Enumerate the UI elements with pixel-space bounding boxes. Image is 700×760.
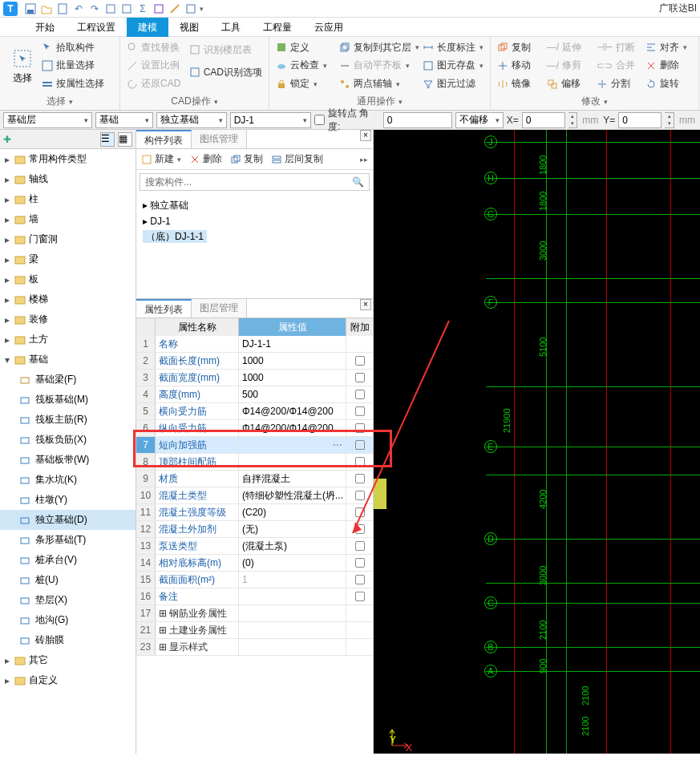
offset[interactable]: 偏移 [545, 76, 595, 91]
two-point-axis[interactable]: 两点辅轴▾ [338, 76, 421, 91]
nav-group[interactable]: ▸土方 [0, 329, 136, 350]
property-row[interactable]: 10混凝土类型(特细砂塑性混凝土(坍... [136, 487, 373, 504]
open-icon[interactable] [39, 2, 54, 16]
property-row[interactable]: 16备注 [136, 588, 373, 605]
nav-item[interactable]: 筏板主筋(R) [0, 410, 136, 430]
property-row[interactable]: 2截面长度(mm)1000 [136, 353, 373, 370]
x-input[interactable] [522, 112, 565, 128]
category-select[interactable]: 基础▾ [95, 112, 153, 128]
tree-root[interactable]: ▸ 独立基础 [143, 197, 366, 214]
select-by-prop[interactable]: 按属性选择 [40, 76, 115, 91]
merge[interactable]: ⊂⊃合并 [595, 58, 645, 73]
element-save[interactable]: 图元存盘▾ [421, 58, 485, 73]
mirror[interactable]: 镜像 [496, 76, 545, 91]
restore-cad[interactable]: 还原CAD [125, 76, 188, 91]
nav-item[interactable]: 独立基础(D) [0, 510, 136, 530]
split[interactable]: 分割 [595, 76, 645, 91]
toolbar-more[interactable]: ▸▸ [360, 156, 368, 164]
move[interactable]: 移动 [496, 58, 545, 73]
tool4-icon[interactable] [184, 2, 198, 16]
nav-item[interactable]: 基础板带(W) [0, 450, 136, 470]
nav-group[interactable]: ▸其它 [0, 650, 136, 670]
checkbox[interactable] [355, 491, 365, 500]
property-row[interactable]: 12混凝土外加剂(无) [136, 521, 373, 538]
redo-icon[interactable]: ↷ [87, 2, 102, 16]
nav-group[interactable]: ▾基础 [0, 350, 136, 370]
offset-select[interactable]: 不偏移▾ [455, 112, 504, 128]
property-row[interactable]: 21⊞ 土建业务属性 [136, 622, 373, 639]
auto-level[interactable]: 自动平齐板▾ [338, 58, 421, 73]
property-row[interactable]: 13泵送类型(混凝土泵) [136, 538, 373, 555]
tree-child[interactable]: ▸ DJ-1 [143, 214, 366, 228]
drawing-canvas[interactable]: JHGFEDCBA1800180030005100219004200300021… [374, 130, 700, 754]
menu-quantity[interactable]: 工程量 [252, 18, 303, 37]
nav-group[interactable]: ▸柱 [0, 189, 136, 209]
property-row[interactable]: 1名称DJ-1-1 [136, 336, 373, 353]
checkbox[interactable] [355, 356, 365, 366]
new-icon[interactable] [55, 2, 70, 16]
property-row[interactable]: 23⊞ 显示样式 [136, 639, 373, 656]
nav-view2[interactable]: ▦ [118, 132, 132, 147]
lock[interactable]: 锁定▾ [274, 76, 338, 91]
search-icon[interactable]: 🔍 [347, 176, 369, 188]
property-row[interactable]: 5横向受力筋Φ14@200/Φ14@200 [136, 403, 373, 420]
type-select[interactable]: 独立基础▾ [156, 112, 227, 128]
checkbox[interactable] [355, 457, 365, 467]
nav-group[interactable]: ▸自定义 [0, 670, 136, 690]
identify-floor[interactable]: 识别楼层表 [188, 42, 264, 58]
break[interactable]: ⊣⊢打断 [595, 40, 645, 55]
element-filter[interactable]: 图元过滤 [421, 76, 485, 91]
menu-settings[interactable]: 工程设置 [66, 18, 127, 37]
checkbox[interactable] [355, 524, 365, 534]
set-scale[interactable]: 设置比例 [125, 58, 188, 73]
menu-tools[interactable]: 工具 [210, 18, 252, 37]
property-row[interactable]: 9材质自拌混凝土 [136, 471, 373, 487]
property-row[interactable]: 4高度(mm)500 [136, 386, 373, 403]
menu-start[interactable]: 开始 [24, 18, 66, 37]
nav-group[interactable]: ▸门窗洞 [0, 229, 136, 249]
checkbox[interactable] [355, 423, 365, 433]
ruler-icon[interactable] [168, 2, 182, 16]
checkbox[interactable] [355, 558, 365, 568]
rotation-check[interactable] [314, 115, 325, 125]
save-icon[interactable] [23, 2, 38, 16]
nav-group[interactable]: ▸墙 [0, 209, 136, 229]
find-replace[interactable]: 查找替换 [125, 40, 188, 55]
select-button[interactable]: 选择 [5, 38, 40, 93]
property-row[interactable]: 7短向加强筋 ⋯ [136, 437, 373, 454]
search-input[interactable] [140, 176, 347, 188]
nav-group[interactable]: ▸常用构件类型 [0, 149, 136, 169]
nav-item[interactable]: 地沟(G) [0, 610, 136, 630]
checkbox[interactable] [355, 406, 365, 416]
checkbox[interactable] [355, 575, 365, 584]
batch-select[interactable]: 批量选择 [40, 58, 115, 73]
nav-group[interactable]: ▸楼梯 [0, 289, 136, 309]
extend[interactable]: —/延伸 [545, 40, 595, 55]
nav-item[interactable]: 集水坑(K) [0, 470, 136, 490]
property-row[interactable]: 17⊞ 钢筋业务属性 [136, 605, 373, 622]
copy-to-floor[interactable]: 复制到其它层▾ [338, 40, 421, 55]
nav-item[interactable]: 筏板基础(M) [0, 390, 136, 410]
property-row[interactable]: 11混凝土强度等级(C20) [136, 504, 373, 521]
property-row[interactable]: 6纵向受力筋Φ14@200/Φ14@200 [136, 420, 373, 437]
pick-component[interactable]: 拾取构件 [40, 40, 115, 55]
nav-item[interactable]: 桩(U) [0, 570, 136, 590]
rotate[interactable]: 旋转 [644, 76, 694, 91]
nav-item[interactable]: 筏板负筋(X) [0, 430, 136, 450]
undo-icon[interactable]: ↶ [71, 2, 86, 16]
tool1-icon[interactable] [103, 2, 118, 16]
nav-group[interactable]: ▸轴线 [0, 169, 136, 189]
copy-button[interactable]: 复制 [230, 152, 263, 166]
tree-leaf[interactable]: （底）DJ-1-1 [143, 228, 366, 245]
checkbox[interactable] [355, 373, 365, 382]
checkbox[interactable] [355, 507, 365, 517]
tab-drawings[interactable]: 图纸管理 [192, 130, 247, 148]
property-row[interactable]: 3截面宽度(mm)1000 [136, 370, 373, 386]
layer-select[interactable]: 基础层▾ [3, 112, 92, 128]
nav-group[interactable]: ▸板 [0, 269, 136, 289]
cloud-check[interactable]: 云检查▾ [274, 58, 338, 73]
nav-item[interactable]: 垫层(X) [0, 590, 136, 610]
tab-components[interactable]: 构件列表 [136, 130, 192, 148]
menu-cloud[interactable]: 云应用 [303, 18, 354, 37]
nav-add-icon[interactable]: ✚ [3, 134, 11, 145]
